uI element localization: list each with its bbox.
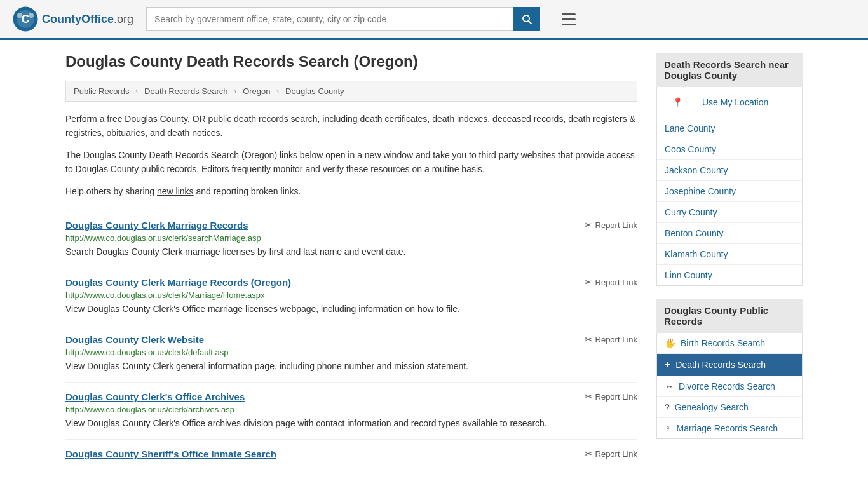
breadcrumb-public-records[interactable]: Public Records bbox=[74, 86, 129, 96]
report-label-2: Report Link bbox=[595, 278, 637, 287]
menu-line-3 bbox=[562, 24, 576, 25]
record-url-4[interactable]: http://www.co.douglas.or.us/clerk/archiv… bbox=[65, 405, 637, 414]
sidebar-item-divorce-records[interactable]: ↔ Divorce Records Search bbox=[657, 376, 802, 397]
sidebar-public-records-list: 🖐 Birth Records Search + Death Records S… bbox=[656, 333, 803, 439]
report-icon-1: ✂ bbox=[585, 220, 592, 230]
record-url-3[interactable]: http://www.co.douglas.or.us/clerk/defaul… bbox=[65, 348, 637, 357]
record-item: Douglas County Clerk's Office Archives ✂… bbox=[65, 383, 637, 440]
record-item: Douglas County Sheriff's Office Inmate S… bbox=[65, 440, 637, 471]
sidebar-item-marriage-records[interactable]: ♀ Marriage Records Search bbox=[657, 418, 802, 438]
sidebar: Death Records Search near Douglas County… bbox=[656, 53, 803, 471]
sidebar-item-josephine-county[interactable]: Josephine County bbox=[657, 181, 802, 202]
sidebar-nearby-list: 📍 Use My Location Lane County Coos Count… bbox=[656, 87, 803, 286]
svg-point-4 bbox=[29, 13, 34, 18]
report-label-4: Report Link bbox=[595, 392, 637, 402]
sidebar-item-genealogy[interactable]: ? Genealogy Search bbox=[657, 397, 802, 418]
logo[interactable]: C CountyOffice.org bbox=[13, 6, 133, 32]
breadcrumb: Public Records › Death Records Search › … bbox=[65, 81, 637, 102]
breadcrumb-sep-2: › bbox=[234, 86, 236, 96]
logo-text: CountyOffice.org bbox=[42, 13, 133, 26]
sidebar-item-lane-county[interactable]: Lane County bbox=[657, 118, 802, 139]
record-item: Douglas County Clerk Marriage Records (O… bbox=[65, 268, 637, 325]
record-item: Douglas County Clerk Website ✂ Report Li… bbox=[65, 325, 637, 383]
record-desc-4: View Douglas County Clerk's Office archi… bbox=[65, 417, 637, 430]
sidebar-public-records-section: Douglas County Public Records 🖐 Birth Re… bbox=[656, 299, 803, 439]
record-url-2[interactable]: http://www.co.douglas.or.us/clerk/Marria… bbox=[65, 290, 637, 300]
menu-button[interactable] bbox=[559, 11, 578, 28]
sidebar-item-coos-county[interactable]: Coos County bbox=[657, 139, 802, 160]
record-desc-1: Search Douglas County Clerk marriage lic… bbox=[65, 245, 637, 259]
sidebar-item-use-my-location[interactable]: 📍 Use My Location bbox=[657, 87, 802, 118]
sidebar-item-death-records[interactable]: + Death Records Search bbox=[657, 354, 802, 376]
logo-tld: .org bbox=[114, 13, 133, 25]
breadcrumb-sep-1: › bbox=[135, 86, 138, 96]
report-label-3: Report Link bbox=[595, 335, 637, 344]
search-input[interactable] bbox=[146, 7, 513, 31]
sidebar-item-birth-records[interactable]: 🖐 Birth Records Search bbox=[657, 333, 802, 354]
menu-line-2 bbox=[562, 18, 576, 20]
marriage-records-icon: ♀ bbox=[665, 423, 672, 433]
record-title-1[interactable]: Douglas County Clerk Marriage Records bbox=[65, 220, 248, 231]
genealogy-icon: ? bbox=[665, 402, 670, 412]
record-item: Douglas County Clerk Marriage Records ✂ … bbox=[65, 211, 637, 268]
record-title-2[interactable]: Douglas County Clerk Marriage Records (O… bbox=[65, 277, 291, 288]
report-link-2[interactable]: ✂ Report Link bbox=[585, 277, 637, 287]
sidebar-item-linn-county[interactable]: Linn County bbox=[657, 265, 802, 285]
intro-text: Perform a free Douglas County, OR public… bbox=[65, 112, 637, 140]
record-title-3[interactable]: Douglas County Clerk Website bbox=[65, 334, 204, 345]
location-icon: 📍 bbox=[665, 92, 691, 112]
search-area bbox=[146, 7, 540, 31]
breadcrumb-death-records[interactable]: Death Records Search bbox=[144, 86, 228, 96]
breadcrumb-douglas-county[interactable]: Douglas County bbox=[285, 86, 344, 96]
record-desc-3: View Douglas County Clerk general inform… bbox=[65, 360, 637, 373]
sidebar-nearby-section: Death Records Search near Douglas County… bbox=[656, 53, 803, 286]
logo-icon: C bbox=[13, 6, 38, 32]
breadcrumb-sep-3: › bbox=[276, 86, 279, 96]
death-records-icon: + bbox=[665, 359, 670, 370]
report-icon-4: ✂ bbox=[585, 391, 592, 402]
report-link-5[interactable]: ✂ Report Link bbox=[585, 449, 637, 459]
birth-records-icon: 🖐 bbox=[665, 338, 675, 348]
search-icon bbox=[522, 14, 532, 24]
report-icon-3: ✂ bbox=[585, 334, 592, 344]
logo-brand: CountyOffice bbox=[42, 13, 114, 25]
breadcrumb-oregon[interactable]: Oregon bbox=[243, 86, 270, 96]
svg-point-3 bbox=[17, 13, 22, 18]
sidebar-item-klamath-county[interactable]: Klamath County bbox=[657, 244, 802, 265]
main-content: Douglas County Death Records Search (Ore… bbox=[65, 53, 637, 471]
report-label-1: Report Link bbox=[595, 220, 637, 230]
report-link-1[interactable]: ✂ Report Link bbox=[585, 220, 637, 230]
record-url-1[interactable]: http://www.co.douglas.or.us/clerk/search… bbox=[65, 233, 637, 243]
record-title-4[interactable]: Douglas County Clerk's Office Archives bbox=[65, 391, 245, 402]
svg-text:C: C bbox=[22, 13, 30, 25]
record-title-5[interactable]: Douglas County Sheriff's Office Inmate S… bbox=[65, 449, 276, 459]
menu-line-1 bbox=[562, 13, 576, 15]
help-text: Help others by sharing new links and rep… bbox=[65, 184, 637, 198]
search-button[interactable] bbox=[513, 7, 540, 31]
use-my-location-label: Use My Location bbox=[695, 92, 776, 112]
page-title: Douglas County Death Records Search (Ore… bbox=[65, 53, 637, 71]
report-icon-2: ✂ bbox=[585, 277, 592, 287]
sidebar-nearby-title: Death Records Search near Douglas County bbox=[656, 53, 803, 87]
new-links-link[interactable]: new links bbox=[157, 186, 194, 196]
sidebar-item-benton-county[interactable]: Benton County bbox=[657, 223, 802, 244]
report-link-3[interactable]: ✂ Report Link bbox=[585, 334, 637, 344]
report-icon-5: ✂ bbox=[585, 449, 592, 459]
report-label-5: Report Link bbox=[595, 449, 637, 459]
sidebar-item-curry-county[interactable]: Curry County bbox=[657, 202, 802, 223]
sidebar-item-jackson-county[interactable]: Jackson County bbox=[657, 160, 802, 181]
sidebar-public-records-title: Douglas County Public Records bbox=[656, 299, 803, 333]
svg-line-6 bbox=[529, 21, 531, 24]
record-desc-2: View Douglas County Clerk's Office marri… bbox=[65, 302, 637, 316]
divorce-records-icon: ↔ bbox=[665, 381, 674, 391]
records-list: Douglas County Clerk Marriage Records ✂ … bbox=[65, 211, 637, 471]
third-party-text: The Douglas County Death Records Search … bbox=[65, 148, 637, 177]
report-link-4[interactable]: ✂ Report Link bbox=[585, 391, 637, 402]
